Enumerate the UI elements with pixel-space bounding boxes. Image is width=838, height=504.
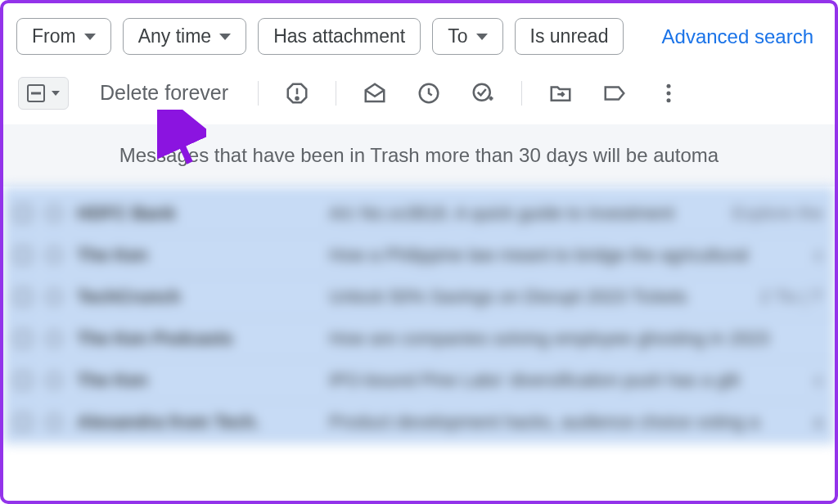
message-row[interactable]: Alexandra from Tech. Product development…: [3, 402, 835, 443]
message-row[interactable]: The Ken IPO-bound Pine Labs' diversifica…: [3, 360, 835, 402]
message-row[interactable]: HDFC Bank A/c No.xx3818. A quick guide t…: [3, 193, 835, 235]
row-sender: TechCrunch: [77, 286, 314, 308]
chevron-down-icon: [219, 34, 231, 40]
filter-from-chip[interactable]: From: [16, 18, 111, 55]
checkbox-indeterminate-icon: [27, 84, 45, 102]
filter-has-attachment-label: Has attachment: [273, 25, 405, 47]
filter-to-chip[interactable]: To: [432, 18, 502, 55]
separator: [521, 81, 522, 106]
row-sender: HDFC Bank: [77, 203, 314, 224]
row-meta: Explore the: [732, 203, 823, 224]
svg-point-2: [296, 97, 299, 99]
svg-point-6: [667, 91, 671, 95]
row-star-icon[interactable]: [46, 414, 62, 430]
row-checkbox-icon[interactable]: [15, 372, 31, 389]
move-to-icon[interactable]: [548, 81, 573, 106]
message-row[interactable]: TechCrunch Unlock 50% Savings on Disrupt…: [3, 277, 835, 318]
trash-banner: Messages that have been in Trash more th…: [3, 124, 835, 187]
delete-forever-button[interactable]: Delete forever: [75, 76, 243, 110]
row-checkbox-icon[interactable]: [15, 205, 31, 222]
message-row[interactable]: The Ken How a Philippine law meant to br…: [3, 235, 835, 277]
row-checkbox-icon[interactable]: [15, 331, 31, 347]
row-subject: IPO-bound Pine Labs' diversification pus…: [329, 370, 800, 391]
row-subject: How are companies solving employee ghost…: [329, 328, 809, 349]
add-to-tasks-icon[interactable]: [471, 81, 495, 106]
trash-banner-text: Messages that have been in Trash more th…: [119, 144, 719, 166]
message-row[interactable]: The Ken Podcasts How are companies solvi…: [3, 318, 835, 360]
row-star-icon[interactable]: [46, 331, 62, 347]
row-meta: 2 Tix | T: [760, 286, 823, 308]
row-star-icon[interactable]: [46, 289, 62, 305]
row-checkbox-icon[interactable]: [15, 414, 31, 430]
row-star-icon[interactable]: [46, 372, 62, 389]
svg-point-5: [667, 83, 671, 88]
filter-anytime-label: Any time: [138, 25, 211, 47]
labels-icon[interactable]: [602, 81, 627, 106]
row-checkbox-icon[interactable]: [15, 247, 31, 263]
separator: [258, 81, 259, 106]
svg-point-4: [474, 83, 490, 100]
row-checkbox-icon[interactable]: [15, 289, 31, 305]
row-meta: a: [813, 412, 823, 433]
row-subject: How a Philippine law meant to bridge the…: [329, 245, 800, 266]
row-sender: The Ken: [77, 245, 314, 266]
more-icon[interactable]: [656, 81, 681, 106]
report-spam-icon[interactable]: [285, 81, 309, 106]
message-list: HDFC Bank A/c No.xx3818. A quick guide t…: [3, 187, 835, 443]
filter-has-attachment-chip[interactable]: Has attachment: [258, 18, 421, 55]
row-sender: Alexandra from Tech.: [77, 412, 314, 433]
filter-is-unread-chip[interactable]: Is unread: [515, 18, 624, 55]
row-subject: Unlock 50% Savings on Disrupt 2023 Ticke…: [329, 286, 746, 308]
snooze-icon[interactable]: [417, 81, 441, 106]
filter-is-unread-label: Is unread: [530, 25, 609, 47]
filter-from-label: From: [32, 25, 76, 47]
row-subject: A/c No.xx3818. A quick guide to investme…: [329, 203, 718, 224]
toolbar: Delete forever: [3, 70, 835, 124]
row-star-icon[interactable]: [46, 205, 62, 222]
row-meta: c: [814, 245, 823, 266]
row-subject: Product development hacks, audience choi…: [329, 412, 799, 433]
filter-anytime-chip[interactable]: Any time: [123, 18, 246, 55]
mark-unread-icon[interactable]: [363, 81, 387, 106]
select-all-button[interactable]: [18, 77, 69, 110]
advanced-search-link[interactable]: Advanced search: [662, 25, 822, 48]
filter-to-label: To: [448, 25, 467, 47]
chevron-down-icon: [84, 34, 96, 40]
row-sender: The Ken Podcasts: [77, 328, 314, 349]
chevron-down-icon: [476, 34, 488, 40]
separator: [336, 81, 336, 106]
filter-bar: From Any time Has attachment To Is unrea…: [3, 3, 835, 70]
row-star-icon[interactable]: [46, 247, 62, 263]
row-sender: The Ken: [77, 370, 314, 391]
svg-point-7: [667, 98, 671, 102]
row-meta: c: [814, 370, 823, 391]
chevron-down-icon: [52, 91, 60, 96]
